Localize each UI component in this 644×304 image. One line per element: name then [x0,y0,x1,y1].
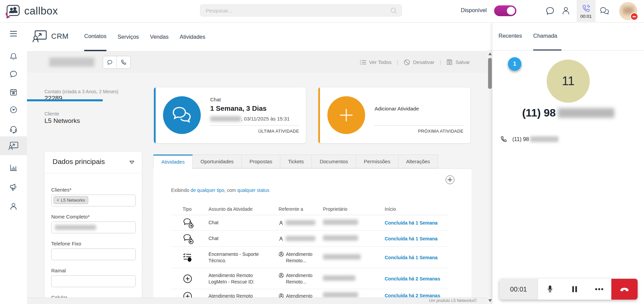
tab-recentes[interactable]: Recentes [498,33,522,39]
hang-up-button[interactable] [611,279,638,300]
desativar-button[interactable]: Desativar [404,59,434,66]
add-activity-button[interactable] [446,175,454,184]
person-icon [9,202,18,211]
nome-completo-input[interactable] [51,222,136,233]
nav-tab-atividades[interactable]: Atividades [180,23,205,51]
tab-documentos[interactable]: Documentos [312,155,356,168]
chat-activity-icon [163,96,201,134]
contact-tab-indicator [27,99,103,101]
inicio-link[interactable]: Concluída há 2 Semanas [385,276,448,281]
mute-button[interactable] [538,279,562,300]
quick-actions [103,56,131,69]
chat-bubble-icon[interactable] [545,6,555,15]
topbar: callbox Disponível 00:01 [0,0,644,23]
inicio-link[interactable]: Concluída há 2 Semanas [385,293,448,298]
inicio-link[interactable]: Concluída há 1 Semana [385,220,448,226]
search-input[interactable] [200,5,401,16]
client-name: L5 Networks [44,117,80,125]
filter-status-link[interactable]: qualquer status [237,188,269,193]
activity-row[interactable]: Chat Concluída há 1 Semana [171,230,448,246]
col-inicio: Início [385,206,448,212]
filter-type-link[interactable]: de qualquer tipo [191,188,224,193]
sidebar-item-crm[interactable] [0,136,27,155]
plus-circle-icon [183,291,208,298]
search-box[interactable] [200,4,402,16]
tab-oportunidades[interactable]: Oportunidades [193,155,242,168]
crm-icon [8,141,19,150]
sidebar-item-reports[interactable] [0,160,27,176]
nome-completo-field: Nome Completo* [51,214,135,233]
tab-propostas[interactable]: Propostas [242,155,281,168]
nav-tab-servicos[interactable]: Serviços [118,23,139,51]
call-button[interactable] [117,56,130,68]
secondary-phone-row[interactable]: (11) 98 [500,136,558,143]
sidebar-item-marketing[interactable] [0,179,27,195]
crm-module-icon [32,30,47,43]
dados-principais-panel: Dados principais Clientes* × L5 Networks… [44,152,142,298]
activity-row[interactable]: Atendimento Remoto LogMeIn - Rescue ID: … [171,268,448,289]
nav-tab-contatos[interactable]: Contatos [84,23,106,51]
tab-tickets[interactable]: Tickets [280,155,312,168]
last-activity-card[interactable]: Chat 1 Semana, 3 Dias , 03/11/2025 às 15… [154,88,306,143]
conversations-icon[interactable] [600,6,610,15]
celular-label: Celular [51,295,135,298]
activity-row[interactable]: Chat Concluída há 1 Semana [171,215,448,230]
redacted-referente [286,236,315,241]
chevron-down-icon[interactable] [129,161,134,164]
nav-tab-vendas[interactable]: Vendas [150,23,168,51]
ramal-input[interactable] [51,275,136,287]
salvar-button[interactable]: Salvar [446,59,470,65]
col-proprietario: Proprietário [323,206,385,212]
start-chat-button[interactable] [103,56,117,68]
user-avatar[interactable] [619,2,637,20]
chip-remove-icon[interactable]: × [57,198,59,203]
redacted-owner [210,116,241,122]
tab-chamada[interactable]: Chamada [533,33,557,39]
inicio-link[interactable]: Concluída há 1 Semana [385,236,448,241]
cliente-chip[interactable]: × L5 Networks [54,196,88,204]
ramal-field: Ramal [51,268,135,287]
telefone-fixo-input[interactable] [51,248,136,260]
call-count-badge: 1 [508,57,521,71]
menu-toggle-button[interactable] [0,26,27,42]
phone-call-icon [582,4,590,13]
availability-toggle[interactable] [494,5,516,16]
app-logo[interactable]: callbox [5,3,58,19]
hold-button[interactable] [562,279,587,300]
vertical-scrollbar[interactable] [487,50,492,304]
phone-icon [500,136,507,143]
sidebar-item-dashboard[interactable] [0,102,27,118]
scroll-down-arrow[interactable] [488,299,492,302]
secondary-phone-prefix: (11) 98 [512,136,529,142]
more-options-button[interactable] [587,279,611,300]
telefone-fixo-label: Telefone Fixo [51,241,135,246]
sidebar-item-contacts[interactable] [0,198,27,214]
activity-row[interactable]: Encerramento - Suporte Técnico. Atendime… [171,246,448,268]
tab-alteracoes[interactable]: Alterações [398,155,438,168]
clientes-input[interactable]: × L5 Networks [51,195,136,206]
tab-atividades[interactable]: Atividades [153,155,193,169]
redacted-owner [323,235,358,241]
logo-text: callbox [24,5,58,17]
ver-todos-button[interactable]: Ver Todos [360,59,391,65]
sidebar-item-chat[interactable] [0,66,27,82]
activity-row[interactable]: Atendimento Remoto Atendimento Concluída… [171,289,448,298]
redacted-owner [323,275,355,281]
active-call-indicator[interactable]: 00:01 [577,0,595,22]
toggle-knob [507,7,515,15]
tab-permissoes[interactable]: Permissões [356,155,398,168]
next-activity-card[interactable]: Adicionar Atividade PRÓXIMA ATIVIDADE [318,88,470,143]
panel-header[interactable]: Dados principais [44,152,142,173]
last-activity-type: Chat [210,97,221,102]
scroll-thumb[interactable] [488,58,492,89]
client-label: Cliente [44,111,59,117]
megaphone-icon [9,183,18,192]
sidebar-item-notifications[interactable] [0,48,27,65]
dnd-status-badge [630,12,638,21]
inicio-link[interactable]: Concluída há 1 Semana [385,255,448,260]
add-activity-icon [327,96,365,134]
scroll-up-arrow[interactable] [488,53,492,55]
sidebar-item-support[interactable] [0,121,27,137]
sidebar-item-calendar[interactable] [0,84,27,100]
contact-person-icon[interactable] [561,6,571,15]
